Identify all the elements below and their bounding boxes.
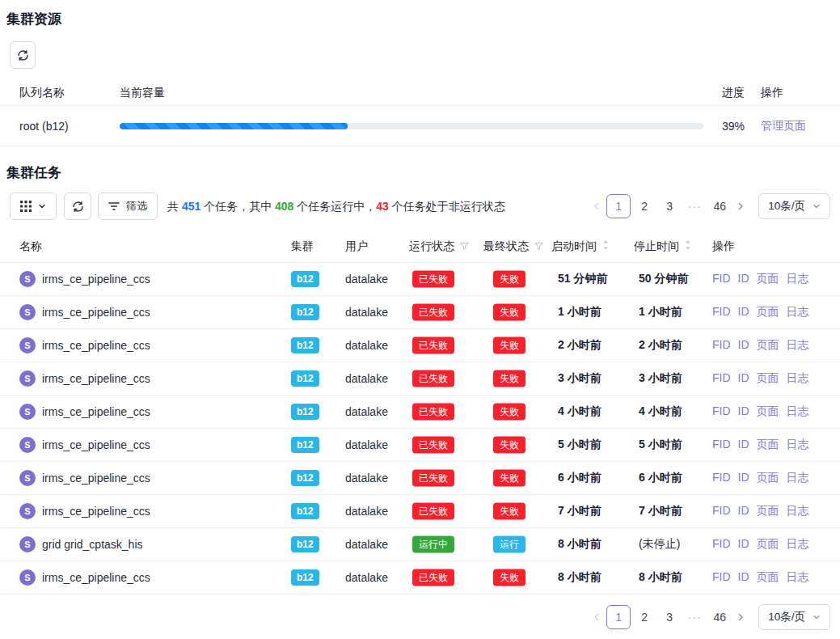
pagination-top: 1 2 3 ··· 46 10条/页 (589, 193, 830, 219)
fid-link[interactable]: FID (712, 504, 731, 518)
fid-link[interactable]: FID (712, 570, 731, 585)
page-link[interactable]: 页面 (757, 404, 779, 419)
id-link[interactable]: ID (738, 338, 749, 353)
start-time: 8 小时前 (558, 570, 602, 585)
total-count: 451 (182, 200, 201, 213)
task-user: datalake (345, 372, 388, 385)
col-progress: 进度 (722, 86, 745, 100)
sync-icon (72, 201, 84, 213)
manage-page-link[interactable]: 管理页面 (761, 119, 806, 133)
log-link[interactable]: 日志 (787, 537, 809, 552)
fid-link[interactable]: FID (712, 438, 731, 452)
id-link[interactable]: ID (738, 537, 749, 552)
page-link[interactable]: 页面 (757, 504, 779, 518)
page-link[interactable]: 页面 (757, 471, 779, 485)
pagination-bottom: 1 2 3 ··· 46 10条/页 (589, 604, 830, 630)
id-link[interactable]: ID (738, 371, 749, 386)
fid-link[interactable]: FID (712, 371, 731, 386)
log-link[interactable]: 日志 (787, 471, 809, 485)
row-actions: FID ID 页面 日志 (712, 404, 809, 419)
page-ellipsis[interactable]: ··· (683, 194, 706, 218)
page-ellipsis[interactable]: ··· (683, 605, 706, 629)
col-user: 用户 (345, 239, 368, 254)
page-3[interactable]: 3 (658, 194, 681, 218)
final-status-tag: 失败 (493, 304, 526, 321)
fid-link[interactable]: FID (712, 272, 731, 286)
cluster-badge: b12 (291, 404, 319, 420)
chevron-right-icon[interactable] (733, 193, 748, 219)
page-link[interactable]: 页面 (757, 338, 779, 353)
chevron-left-icon[interactable] (589, 193, 604, 219)
page-2[interactable]: 2 (633, 605, 656, 629)
row-actions: FID ID 页面 日志 (712, 438, 809, 452)
final-status-tag: 失败 (493, 503, 526, 520)
page-link[interactable]: 页面 (757, 438, 779, 452)
start-time: 6 小时前 (558, 471, 602, 485)
column-layout-dropdown[interactable] (10, 193, 57, 220)
log-link[interactable]: 日志 (787, 371, 809, 386)
id-link[interactable]: ID (738, 305, 749, 320)
col-stop-time: 停止时间 (634, 239, 679, 252)
task-user: datalake (345, 339, 388, 352)
page-link[interactable]: 页面 (757, 272, 779, 286)
page-link[interactable]: 页面 (757, 537, 779, 552)
chevron-down-icon (813, 201, 821, 213)
page-size-select[interactable]: 10条/页 (758, 604, 830, 630)
fid-link[interactable]: FID (712, 471, 731, 485)
sort-carets-icon[interactable] (602, 239, 609, 253)
page-size-select[interactable]: 10条/页 (758, 193, 830, 219)
page-2[interactable]: 2 (633, 194, 656, 218)
final-status-tag: 失败 (493, 437, 526, 454)
refresh-resources-button[interactable] (10, 41, 36, 69)
log-link[interactable]: 日志 (787, 438, 809, 452)
funnel-icon[interactable] (534, 240, 543, 253)
id-link[interactable]: ID (738, 471, 749, 485)
task-table-body: S irms_ce_pipeline_ccs b12 datalake 已失败 … (0, 263, 840, 595)
page-46[interactable]: 46 (708, 194, 731, 218)
page-link[interactable]: 页面 (757, 305, 779, 320)
task-avatar: S (19, 536, 36, 552)
chevron-left-icon[interactable] (589, 604, 604, 630)
id-link[interactable]: ID (738, 272, 749, 286)
page-1[interactable]: 1 (606, 194, 631, 218)
fid-link[interactable]: FID (712, 338, 731, 353)
log-link[interactable]: 日志 (787, 570, 809, 585)
log-link[interactable]: 日志 (787, 305, 809, 320)
cluster-badge: b12 (291, 304, 319, 320)
fid-link[interactable]: FID (712, 537, 731, 552)
page-link[interactable]: 页面 (757, 570, 779, 585)
page-link[interactable]: 页面 (757, 371, 779, 386)
col-current-capacity: 当前容量 (120, 86, 165, 100)
page-3[interactable]: 3 (658, 605, 681, 629)
queue-name: root (b12) (19, 120, 69, 133)
task-avatar: S (19, 404, 36, 420)
cluster-badge: b12 (291, 337, 319, 353)
refresh-tasks-button[interactable] (64, 193, 91, 220)
page-size-value: 10条/页 (768, 610, 805, 624)
id-link[interactable]: ID (738, 570, 749, 585)
funnel-icon[interactable] (460, 240, 469, 253)
log-link[interactable]: 日志 (787, 272, 809, 286)
task-name: irms_ce_pipeline_ccs (42, 505, 150, 518)
log-link[interactable]: 日志 (787, 338, 809, 353)
id-link[interactable]: ID (738, 404, 749, 419)
filter-button[interactable]: 筛选 (98, 193, 158, 220)
final-status-tag: 失败 (493, 337, 526, 354)
id-link[interactable]: ID (738, 504, 749, 518)
sort-carets-icon[interactable] (685, 239, 691, 253)
chevron-right-icon[interactable] (733, 604, 748, 630)
progress-percent: 39% (722, 120, 745, 133)
log-link[interactable]: 日志 (787, 504, 809, 518)
log-link[interactable]: 日志 (787, 404, 809, 419)
run-status-tag: 已失败 (412, 404, 454, 421)
fid-link[interactable]: FID (712, 404, 731, 419)
table-row: S irms_ce_pipeline_ccs b12 datalake 已失败 … (0, 329, 840, 362)
id-link[interactable]: ID (738, 438, 749, 452)
start-time: 8 小时前 (558, 537, 602, 552)
run-status-tag: 已失败 (412, 304, 454, 321)
page-46[interactable]: 46 (708, 605, 731, 629)
task-avatar: S (19, 370, 36, 387)
page-1[interactable]: 1 (606, 605, 631, 629)
fid-link[interactable]: FID (712, 305, 731, 320)
task-user: datalake (345, 505, 388, 518)
